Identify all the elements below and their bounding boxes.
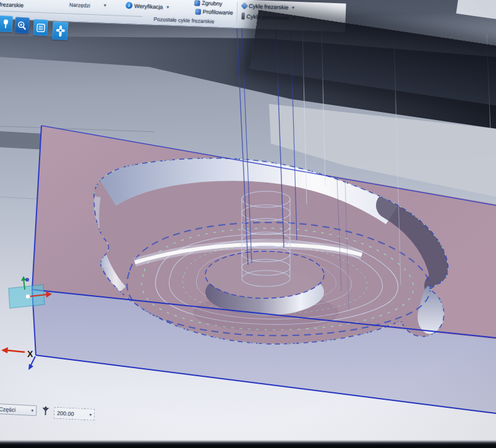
measuring-cycles-icon — [241, 12, 244, 19]
bottom-bezel-bar — [0, 440, 496, 448]
chevron-down-icon: ▾ — [292, 5, 294, 10]
group-label-narzedzi: Narzędzi — [69, 2, 90, 9]
measuring-cycles-label: Cykle pomiarowe — [246, 13, 289, 21]
chevron-down-icon: ▾ — [293, 15, 296, 20]
measuring-cycles-button[interactable]: Cykle pomiarowe ▾ — [241, 12, 295, 21]
pin-icon — [1, 19, 10, 30]
tool-spindle-icon — [40, 406, 51, 418]
profiling-button[interactable]: Profilowanie — [195, 8, 233, 15]
list-icon — [36, 23, 45, 33]
roughing-button[interactable]: Zgrubny — [194, 0, 222, 7]
tool-length-dropdown[interactable]: 200.00 ▾ — [54, 407, 95, 421]
pin-button[interactable] — [0, 15, 13, 32]
zoom-in-button[interactable] — [15, 17, 30, 33]
zoom-in-icon — [17, 20, 27, 30]
axis-x-label: X — [27, 349, 33, 359]
world-axis-marker: X — [1, 347, 35, 370]
viewport-3d[interactable]: X — [0, 0, 496, 448]
chevron-down-icon: ▾ — [32, 408, 34, 413]
info-icon: i — [126, 2, 132, 9]
chevron-down-icon[interactable]: ▾ — [104, 3, 106, 8]
milling-cycles-icon — [241, 2, 248, 9]
parts-dropdown-value: Części — [0, 406, 16, 413]
profiling-label: Profilowanie — [203, 9, 233, 16]
tab-frezarskie[interactable]: frezarskie — [0, 1, 24, 8]
chevron-down-icon: ▾ — [89, 412, 92, 417]
parts-dropdown[interactable]: Części ▾ — [0, 403, 37, 416]
roughing-icon — [194, 0, 200, 6]
verify-button[interactable]: i Weryfikacja ▾ — [126, 2, 169, 11]
roughing-label: Zgrubny — [202, 0, 222, 7]
milling-cycles-button[interactable]: Cykle frezarskie ▾ — [242, 2, 294, 11]
profiling-icon — [195, 9, 201, 14]
chevron-down-icon: ▾ — [166, 4, 169, 9]
list-button[interactable] — [33, 19, 48, 36]
verify-label: Weryfikacja — [134, 2, 163, 10]
datum-cross-icon — [55, 24, 66, 37]
datum-cross-button[interactable] — [52, 22, 68, 40]
tool-length-value: 200.00 — [57, 410, 74, 416]
group-label-other-milling-cycles: Pozostałe cykle frezarskie — [153, 16, 215, 25]
cam-application-window: X frezarskie Narzędzi ▾ i Weryfikacja ▾ … — [0, 0, 496, 448]
milling-cycles-label: Cykle frezarskie — [249, 3, 288, 11]
